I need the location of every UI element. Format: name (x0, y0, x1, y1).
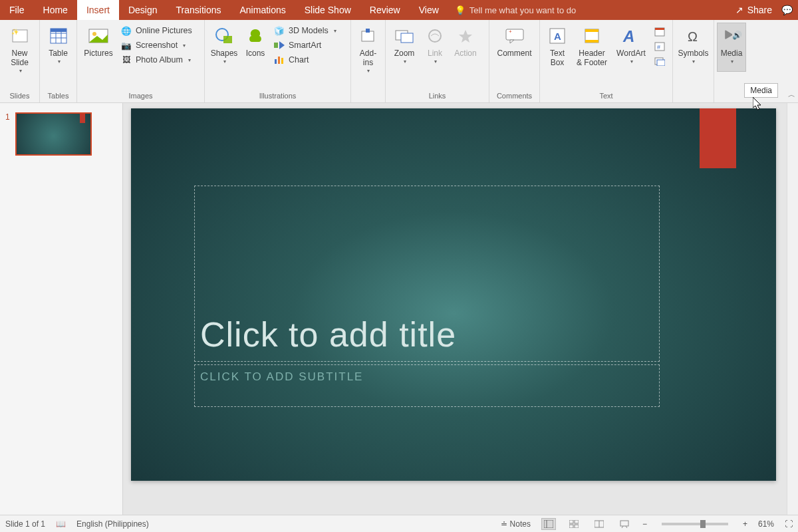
title-placeholder-text: Click to add title (200, 315, 456, 354)
svg-rect-33 (655, 28, 664, 30)
thumbnail-pane[interactable]: 1 (0, 103, 123, 515)
addins-button[interactable]: Add- ins▾ (354, 23, 382, 76)
ribbon: ✨ New Slide▾ Slides Table▾ Tables Pictur… (0, 20, 798, 103)
icons-button[interactable]: Icons (241, 23, 270, 72)
photo-album-button[interactable]: 🖼Photo Album▾ (118, 53, 195, 66)
date-time-button[interactable] (652, 25, 668, 39)
object-button[interactable] (652, 55, 668, 68)
wordart-button[interactable]: A WordArt▾ (612, 23, 650, 72)
tell-me-search[interactable]: 💡 Tell me what you want to do (448, 0, 583, 20)
media-button[interactable]: 🔊 Media▾ (717, 23, 746, 72)
shapes-icon (213, 25, 235, 47)
tab-insert[interactable]: Insert (77, 0, 119, 20)
svg-marker-13 (279, 41, 285, 49)
slide-thumbnail-1[interactable]: 1 (5, 112, 117, 156)
shapes-button[interactable]: Shapes▾ (207, 23, 241, 72)
svg-text:+: + (509, 29, 512, 35)
group-label-links: Links (386, 90, 489, 102)
chart-icon (274, 55, 285, 65)
slide-counter[interactable]: Slide 1 of 1 (5, 519, 45, 529)
tab-slideshow[interactable]: Slide Show (295, 0, 360, 20)
table-icon (48, 25, 69, 47)
language-indicator[interactable]: English (Philippines) (76, 519, 149, 529)
header-footer-button[interactable]: Header & Footer (572, 23, 612, 72)
3d-models-button[interactable]: 🧊3D Models▾ (271, 24, 339, 37)
wordart-icon: A (620, 25, 642, 47)
zoom-level[interactable]: 61% (758, 519, 774, 529)
action-button: Action (450, 23, 481, 72)
slide-number-button[interactable]: # (652, 40, 668, 53)
svg-point-9 (92, 32, 96, 36)
online-pictures-button[interactable]: 🌐Online Pictures (118, 24, 195, 37)
svg-text:A: A (622, 27, 634, 45)
chart-button[interactable]: Chart (271, 53, 339, 66)
svg-rect-20 (401, 33, 413, 43)
share-label: Share (747, 5, 772, 15)
new-slide-button[interactable]: ✨ New Slide▾ (3, 23, 37, 76)
tab-review[interactable]: Review (360, 0, 410, 20)
reading-view-icon[interactable] (592, 518, 606, 530)
zoom-button[interactable]: Zoom▾ (388, 23, 420, 72)
group-label-symbols (673, 98, 714, 102)
svg-rect-37 (657, 60, 665, 66)
normal-view-icon[interactable] (541, 518, 556, 530)
subtitle-placeholder-text: CLICK TO ADD SUBTITLE (200, 370, 363, 383)
tab-home[interactable]: Home (34, 0, 77, 20)
symbols-button[interactable]: Ω Symbols▾ (676, 23, 711, 72)
svg-text:#: # (657, 44, 660, 51)
sorter-view-icon[interactable] (567, 518, 581, 530)
svg-rect-40 (544, 520, 553, 528)
tab-view[interactable]: View (410, 0, 448, 20)
slideshow-view-icon[interactable] (617, 518, 632, 530)
collapse-ribbon-icon[interactable]: ︿ (788, 90, 795, 100)
notes-button[interactable]: ≐ Notes (501, 519, 531, 529)
smartart-button[interactable]: SmartArt (271, 39, 339, 52)
zoom-out-button[interactable]: − (642, 519, 647, 529)
title-placeholder[interactable]: Click to add title (194, 186, 660, 362)
svg-rect-42 (569, 520, 573, 523)
link-icon (424, 25, 446, 47)
svg-text:Ω: Ω (688, 29, 698, 44)
text-box-icon: A (547, 25, 568, 47)
subtitle-placeholder[interactable]: CLICK TO ADD SUBTITLE (194, 364, 660, 407)
svg-rect-18 (366, 29, 370, 33)
addins-icon (358, 25, 379, 47)
tab-transitions[interactable]: Transitions (167, 0, 231, 20)
share-button[interactable]: ↗ Share (735, 5, 772, 15)
header-footer-icon (581, 25, 602, 47)
svg-rect-12 (274, 43, 278, 48)
media-icon: 🔊 (721, 25, 742, 47)
svg-rect-44 (569, 525, 573, 528)
screenshot-button[interactable]: 📷Screenshot▾ (118, 39, 195, 52)
slide-canvas[interactable]: Click to add title CLICK TO ADD SUBTITLE (131, 108, 776, 481)
thumbnail-preview[interactable] (15, 112, 92, 156)
group-label-comments: Comments (489, 90, 539, 102)
svg-marker-22 (459, 30, 472, 43)
media-tooltip: Media (744, 83, 778, 98)
pictures-icon (88, 25, 109, 47)
svg-rect-15 (278, 57, 280, 64)
tab-design[interactable]: Design (119, 0, 167, 20)
spellcheck-icon[interactable]: 📖 (56, 519, 66, 529)
link-button: Link▾ (420, 23, 450, 72)
group-label-media (714, 98, 749, 102)
vertical-scrollbar[interactable] (787, 103, 798, 515)
tab-file[interactable]: File (0, 0, 34, 20)
pictures-button[interactable]: Pictures (80, 23, 117, 72)
comments-pane-icon[interactable]: 💬 (781, 5, 793, 15)
table-button[interactable]: Table▾ (43, 23, 74, 72)
fit-to-window-icon[interactable]: ⛶ (785, 519, 793, 529)
slide-editor[interactable]: Click to add title CLICK TO ADD SUBTITLE (123, 103, 798, 515)
icons-icon (245, 25, 266, 47)
workspace: 1 Click to add title CLICK TO ADD SUBTIT… (0, 103, 798, 515)
svg-rect-30 (585, 40, 598, 43)
comment-icon: + (504, 25, 525, 47)
zoom-slider[interactable] (662, 523, 728, 525)
tell-me-label: Tell me what you want to do (469, 5, 576, 15)
online-pictures-icon: 🌐 (121, 25, 132, 36)
smartart-icon (274, 40, 285, 51)
text-box-button[interactable]: A Text Box (543, 23, 572, 72)
tab-animations[interactable]: Animations (230, 0, 295, 20)
zoom-in-button[interactable]: + (743, 519, 747, 529)
comment-button[interactable]: + Comment (492, 23, 537, 72)
